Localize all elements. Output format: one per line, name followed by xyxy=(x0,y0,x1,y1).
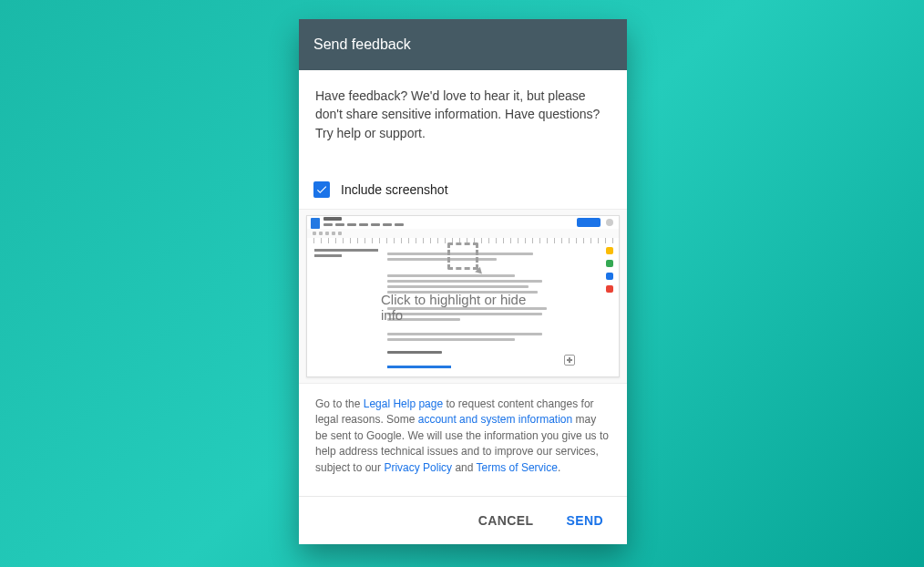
send-button[interactable]: SEND xyxy=(554,506,617,535)
dialog-title: Send feedback xyxy=(313,36,411,53)
docs-icon xyxy=(311,218,320,229)
checkmark-icon xyxy=(315,183,328,196)
terms-of-service-link[interactable]: Terms of Service xyxy=(477,461,558,474)
crop-icon xyxy=(447,242,478,270)
privacy-policy-link[interactable]: Privacy Policy xyxy=(384,461,452,474)
legal-text: Go to the Legal Help page to request con… xyxy=(299,384,627,497)
share-button-thumb xyxy=(577,218,601,227)
dialog-titlebar: Send feedback xyxy=(299,19,627,70)
cancel-button[interactable]: CANCEL xyxy=(466,506,547,535)
feedback-dialog: Send feedback Have feedback? We'd love t… xyxy=(299,19,627,544)
explore-icon xyxy=(564,355,575,366)
screenshot-preview[interactable]: Click to highlight or hide info xyxy=(299,209,627,384)
legal-help-link[interactable]: Legal Help page xyxy=(364,397,443,410)
include-screenshot-label: Include screenshot xyxy=(341,182,448,197)
highlight-label: Click to highlight or hide info xyxy=(381,292,545,323)
include-screenshot-checkbox[interactable] xyxy=(313,181,330,198)
dialog-description: Have feedback? We'd love to hear it, but… xyxy=(299,70,627,170)
dialog-actions: CANCEL SEND xyxy=(299,497,627,544)
highlight-overlay: Click to highlight or hide info xyxy=(381,242,545,323)
include-screenshot-row[interactable]: Include screenshot xyxy=(299,170,627,209)
account-system-info-link[interactable]: account and system information xyxy=(418,413,572,426)
